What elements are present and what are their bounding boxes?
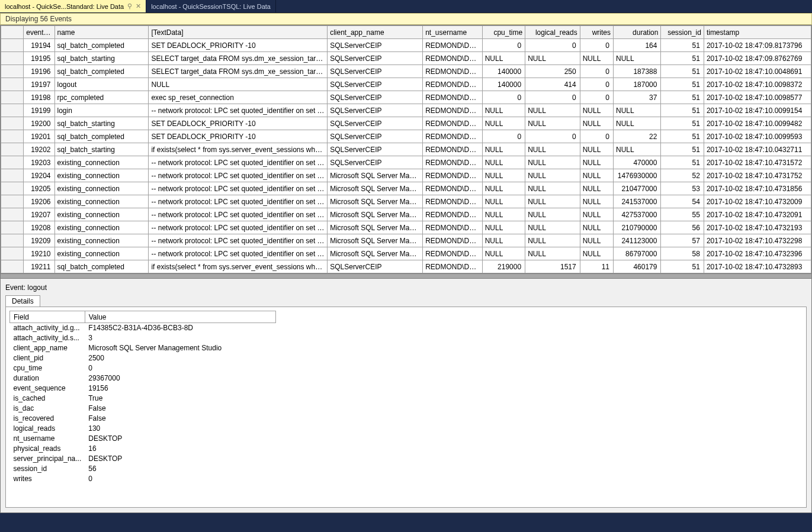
cell-nt_username[interactable]: REDMOND\DES... bbox=[423, 195, 483, 208]
cell-writes[interactable]: NULL bbox=[580, 247, 613, 260]
cell-nt_username[interactable]: REDMOND\DES... bbox=[423, 208, 483, 221]
cell-cpu_time[interactable]: 219000 bbox=[482, 260, 525, 273]
cell-timestamp[interactable]: 2017-10-02 18:47:10.4731856 bbox=[704, 182, 811, 195]
cell-event[interactable]: 19209 bbox=[24, 234, 54, 247]
row-gutter[interactable] bbox=[1, 52, 24, 65]
cell-nt_username[interactable]: REDMOND\DES... bbox=[423, 130, 483, 143]
row-gutter[interactable] bbox=[1, 143, 24, 156]
cell-writes[interactable]: NULL bbox=[580, 52, 613, 65]
cell-cpu_time[interactable]: NULL bbox=[482, 247, 525, 260]
column-header-cpu_time[interactable]: cpu_time bbox=[482, 26, 525, 39]
cell-cpu_time[interactable]: NULL bbox=[482, 117, 525, 130]
cell-event[interactable]: 19195 bbox=[24, 52, 54, 65]
cell-name[interactable]: sql_batch_completed bbox=[54, 65, 149, 78]
cell-event[interactable]: 19206 bbox=[24, 195, 54, 208]
row-gutter[interactable] bbox=[1, 104, 24, 117]
cell-name[interactable]: sql_batch_completed bbox=[54, 130, 149, 143]
cell-client_app[interactable]: SQLServerCEIP bbox=[328, 39, 423, 52]
row-gutter[interactable] bbox=[1, 208, 24, 221]
cell-writes[interactable]: NULL bbox=[580, 195, 613, 208]
cell-textdata[interactable]: -- network protocol: LPC set quoted_iden… bbox=[149, 169, 328, 182]
cell-name[interactable]: sql_batch_starting bbox=[54, 117, 149, 130]
cell-nt_username[interactable]: REDMOND\DES... bbox=[423, 104, 483, 117]
cell-event[interactable]: 19202 bbox=[24, 143, 54, 156]
details-tab[interactable]: Details bbox=[5, 295, 40, 307]
cell-client_app[interactable]: SQLServerCEIP bbox=[328, 65, 423, 78]
table-row[interactable]: 19195sql_batch_startingSELECT target_dat… bbox=[1, 52, 811, 65]
table-row[interactable]: 19211sql_batch_completedif exists(select… bbox=[1, 260, 811, 273]
cell-event[interactable]: 19204 bbox=[24, 169, 54, 182]
details-row[interactable]: is_cachedTrue bbox=[10, 394, 276, 404]
cell-session_id[interactable]: 51 bbox=[661, 52, 704, 65]
row-gutter[interactable] bbox=[1, 65, 24, 78]
row-gutter[interactable] bbox=[1, 169, 24, 182]
cell-writes[interactable]: NULL bbox=[580, 182, 613, 195]
cell-name[interactable]: sql_batch_starting bbox=[54, 52, 149, 65]
cell-event[interactable]: 19201 bbox=[24, 130, 54, 143]
details-field-header[interactable]: Field bbox=[10, 311, 85, 323]
cell-duration[interactable]: 427537000 bbox=[613, 208, 660, 221]
cell-nt_username[interactable]: REDMOND\DES... bbox=[423, 117, 483, 130]
cell-name[interactable]: login bbox=[54, 104, 149, 117]
cell-writes[interactable]: NULL bbox=[580, 143, 613, 156]
cell-writes[interactable]: NULL bbox=[580, 104, 613, 117]
cell-nt_username[interactable]: REDMOND\DES... bbox=[423, 182, 483, 195]
cell-client_app[interactable]: Microsoft SQL Server Manage... bbox=[328, 169, 423, 182]
cell-writes[interactable]: 0 bbox=[580, 65, 613, 78]
cell-logical_reads[interactable]: 0 bbox=[525, 39, 580, 52]
cell-client_app[interactable]: Microsoft SQL Server Manage... bbox=[328, 208, 423, 221]
table-row[interactable]: 19198rpc_completedexec sp_reset_connecti… bbox=[1, 91, 811, 104]
table-row[interactable]: 19210existing_connection-- network proto… bbox=[1, 247, 811, 260]
cell-cpu_time[interactable]: 140000 bbox=[482, 65, 525, 78]
cell-cpu_time[interactable]: NULL bbox=[482, 234, 525, 247]
cell-timestamp[interactable]: 2017-10-02 18:47:10.4731572 bbox=[704, 156, 811, 169]
cell-nt_username[interactable]: REDMOND\DES... bbox=[423, 143, 483, 156]
cell-name[interactable]: existing_connection bbox=[54, 195, 149, 208]
details-row[interactable]: nt_usernameDESKTOP bbox=[10, 434, 276, 444]
details-row[interactable]: server_principal_na...DESKTOP bbox=[10, 454, 276, 464]
column-header-event[interactable]: event_... bbox=[24, 26, 54, 39]
cell-logical_reads[interactable]: NULL bbox=[525, 52, 580, 65]
cell-client_app[interactable]: Microsoft SQL Server Manage... bbox=[328, 247, 423, 260]
cell-duration[interactable]: 470000 bbox=[613, 156, 660, 169]
row-gutter[interactable] bbox=[1, 260, 24, 273]
document-tab-0[interactable]: localhost - QuickSe...Standard: Live Dat… bbox=[0, 0, 146, 12]
cell-event[interactable]: 19194 bbox=[24, 39, 54, 52]
cell-name[interactable]: existing_connection bbox=[54, 234, 149, 247]
details-row[interactable]: physical_reads16 bbox=[10, 444, 276, 454]
cell-session_id[interactable]: 51 bbox=[661, 143, 704, 156]
details-row[interactable]: session_id56 bbox=[10, 464, 276, 474]
cell-textdata[interactable]: if exists(select * from sys.server_event… bbox=[149, 143, 328, 156]
cell-textdata[interactable]: SELECT target_data FROM sys.dm_xe_sessio… bbox=[149, 52, 328, 65]
cell-session_id[interactable]: 51 bbox=[661, 104, 704, 117]
details-row[interactable]: attach_activity_id.g...F14385C2-B31A-4D3… bbox=[10, 323, 276, 333]
cell-nt_username[interactable]: REDMOND\DES... bbox=[423, 221, 483, 234]
cell-textdata[interactable]: -- network protocol: LPC set quoted_iden… bbox=[149, 208, 328, 221]
cell-event[interactable]: 19197 bbox=[24, 78, 54, 91]
cell-nt_username[interactable]: REDMOND\DES... bbox=[423, 65, 483, 78]
cell-name[interactable]: rpc_completed bbox=[54, 91, 149, 104]
cell-nt_username[interactable]: REDMOND\DES... bbox=[423, 260, 483, 273]
details-row[interactable]: writes0 bbox=[10, 474, 276, 484]
cell-name[interactable]: existing_connection bbox=[54, 208, 149, 221]
cell-session_id[interactable]: 56 bbox=[661, 221, 704, 234]
cell-client_app[interactable]: Microsoft SQL Server Manage... bbox=[328, 182, 423, 195]
cell-nt_username[interactable]: REDMOND\DES... bbox=[423, 78, 483, 91]
cell-event[interactable]: 19211 bbox=[24, 260, 54, 273]
cell-client_app[interactable]: SQLServerCEIP bbox=[328, 117, 423, 130]
details-row[interactable]: is_dacFalse bbox=[10, 404, 276, 414]
cell-timestamp[interactable]: 2017-10-02 18:47:10.0099593 bbox=[704, 130, 811, 143]
details-row[interactable]: event_sequence19156 bbox=[10, 383, 276, 394]
cell-duration[interactable]: 241123000 bbox=[613, 234, 660, 247]
cell-timestamp[interactable]: 2017-10-02 18:47:10.0048691 bbox=[704, 65, 811, 78]
cell-session_id[interactable]: 53 bbox=[661, 182, 704, 195]
cell-nt_username[interactable]: REDMOND\DES... bbox=[423, 169, 483, 182]
column-header-timestamp[interactable]: timestamp bbox=[704, 26, 811, 39]
cell-name[interactable]: sql_batch_completed bbox=[54, 39, 149, 52]
cell-nt_username[interactable]: REDMOND\DES... bbox=[423, 91, 483, 104]
details-grid[interactable]: Field Value attach_activity_id.g...F1438… bbox=[9, 311, 276, 484]
table-row[interactable]: 19205existing_connection-- network proto… bbox=[1, 182, 811, 195]
cell-timestamp[interactable]: 2017-10-02 18:47:10.0099154 bbox=[704, 104, 811, 117]
cell-writes[interactable]: 11 bbox=[580, 260, 613, 273]
details-value-header[interactable]: Value bbox=[85, 311, 275, 323]
